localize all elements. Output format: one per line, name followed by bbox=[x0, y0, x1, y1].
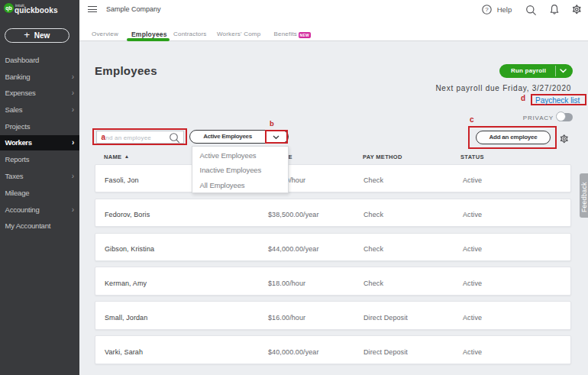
svg-text:?: ? bbox=[485, 6, 489, 13]
